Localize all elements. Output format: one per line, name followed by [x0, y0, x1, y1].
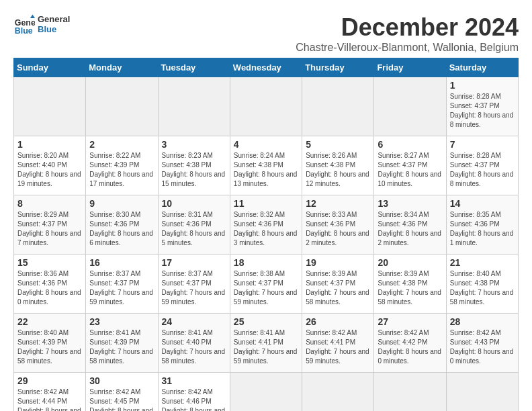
- calendar-cell: 29Sunrise: 8:42 AMSunset: 4:44 PMDayligh…: [14, 373, 86, 412]
- day-info: Sunrise: 8:32 AMSunset: 4:36 PMDaylight:…: [234, 210, 298, 248]
- day-number: 1: [450, 80, 515, 91]
- calendar-cell: 7Sunrise: 8:28 AMSunset: 4:37 PMDaylight…: [446, 136, 518, 195]
- day-info: Sunrise: 8:40 AMSunset: 4:38 PMDaylight:…: [450, 269, 515, 307]
- calendar-cell: 9Sunrise: 8:30 AMSunset: 4:36 PMDaylight…: [86, 195, 158, 255]
- calendar-cell: 22Sunrise: 8:40 AMSunset: 4:39 PMDayligh…: [14, 314, 86, 373]
- day-number: 26: [306, 316, 370, 327]
- day-number: 7: [450, 139, 515, 150]
- calendar-cell: 24Sunrise: 8:41 AMSunset: 4:40 PMDayligh…: [158, 314, 230, 373]
- day-number: 16: [89, 257, 154, 268]
- day-info: Sunrise: 8:40 AMSunset: 4:39 PMDaylight:…: [17, 328, 82, 366]
- calendar-cell: 31Sunrise: 8:42 AMSunset: 4:46 PMDayligh…: [158, 373, 230, 412]
- calendar-cell: [86, 77, 158, 136]
- calendar-cell: 18Sunrise: 8:38 AMSunset: 4:37 PMDayligh…: [230, 255, 302, 314]
- day-info: Sunrise: 8:23 AMSunset: 4:38 PMDaylight:…: [162, 151, 226, 189]
- calendar-cell: 6Sunrise: 8:27 AMSunset: 4:37 PMDaylight…: [374, 136, 446, 195]
- logo-icon: General Blue: [13, 13, 35, 35]
- day-number: 25: [234, 316, 298, 327]
- calendar-cell: 12Sunrise: 8:33 AMSunset: 4:36 PMDayligh…: [302, 195, 374, 255]
- calendar-cell: [230, 77, 302, 136]
- logo: General Blue General Blue: [13, 13, 70, 35]
- calendar-week-row: 29Sunrise: 8:42 AMSunset: 4:44 PMDayligh…: [14, 373, 519, 412]
- day-number: 22: [17, 316, 82, 327]
- day-number: 8: [17, 198, 82, 209]
- day-number: 19: [306, 257, 370, 268]
- calendar-cell: 3Sunrise: 8:23 AMSunset: 4:38 PMDaylight…: [158, 136, 230, 195]
- day-number: 1: [17, 139, 82, 150]
- day-info: Sunrise: 8:28 AMSunset: 4:37 PMDaylight:…: [450, 92, 515, 130]
- header-friday: Friday: [374, 58, 446, 77]
- calendar-cell: [302, 373, 374, 412]
- day-info: Sunrise: 8:42 AMSunset: 4:44 PMDaylight:…: [17, 387, 82, 411]
- day-number: 30: [89, 375, 154, 386]
- header-sunday: Sunday: [14, 58, 86, 77]
- day-info: Sunrise: 8:35 AMSunset: 4:36 PMDaylight:…: [450, 210, 515, 248]
- logo-blue-text: Blue: [38, 24, 70, 34]
- day-info: Sunrise: 8:33 AMSunset: 4:36 PMDaylight:…: [306, 210, 370, 248]
- calendar-week-row: 1Sunrise: 8:20 AMSunset: 4:40 PMDaylight…: [14, 136, 519, 195]
- day-number: 18: [234, 257, 298, 268]
- calendar-cell: 25Sunrise: 8:41 AMSunset: 4:41 PMDayligh…: [230, 314, 302, 373]
- day-info: Sunrise: 8:42 AMSunset: 4:46 PMDaylight:…: [162, 387, 226, 411]
- calendar-cell: 16Sunrise: 8:37 AMSunset: 4:37 PMDayligh…: [86, 255, 158, 314]
- calendar-cell: 10Sunrise: 8:31 AMSunset: 4:36 PMDayligh…: [158, 195, 230, 255]
- day-number: 9: [89, 198, 154, 209]
- calendar-cell: [374, 77, 446, 136]
- day-info: Sunrise: 8:42 AMSunset: 4:43 PMDaylight:…: [450, 328, 515, 366]
- calendar-cell: 14Sunrise: 8:35 AMSunset: 4:36 PMDayligh…: [446, 195, 518, 255]
- calendar-cell: [158, 77, 230, 136]
- header-wednesday: Wednesday: [230, 58, 302, 77]
- day-number: 31: [162, 375, 226, 386]
- day-info: Sunrise: 8:38 AMSunset: 4:37 PMDaylight:…: [234, 269, 298, 307]
- day-number: 15: [17, 257, 82, 268]
- day-info: Sunrise: 8:22 AMSunset: 4:39 PMDaylight:…: [89, 151, 154, 189]
- day-info: Sunrise: 8:30 AMSunset: 4:36 PMDaylight:…: [89, 210, 154, 248]
- day-info: Sunrise: 8:20 AMSunset: 4:40 PMDaylight:…: [17, 151, 82, 189]
- day-number: 4: [234, 139, 298, 150]
- page-header: General Blue General Blue December 2024 …: [13, 13, 519, 54]
- calendar-cell: 15Sunrise: 8:36 AMSunset: 4:36 PMDayligh…: [14, 255, 86, 314]
- day-info: Sunrise: 8:24 AMSunset: 4:38 PMDaylight:…: [234, 151, 298, 189]
- day-info: Sunrise: 8:31 AMSunset: 4:36 PMDaylight:…: [162, 210, 226, 248]
- day-info: Sunrise: 8:41 AMSunset: 4:40 PMDaylight:…: [162, 328, 226, 366]
- day-info: Sunrise: 8:28 AMSunset: 4:37 PMDaylight:…: [450, 151, 515, 189]
- calendar-cell: [446, 373, 518, 412]
- day-number: 12: [306, 198, 370, 209]
- calendar-cell: 1Sunrise: 8:20 AMSunset: 4:40 PMDaylight…: [14, 136, 86, 195]
- day-info: Sunrise: 8:39 AMSunset: 4:38 PMDaylight:…: [378, 269, 442, 307]
- day-number: 24: [162, 316, 226, 327]
- calendar-cell: [230, 373, 302, 412]
- svg-text:Blue: Blue: [15, 26, 33, 35]
- day-number: 28: [450, 316, 515, 327]
- calendar-cell: 27Sunrise: 8:42 AMSunset: 4:42 PMDayligh…: [374, 314, 446, 373]
- calendar-cell: 19Sunrise: 8:39 AMSunset: 4:37 PMDayligh…: [302, 255, 374, 314]
- day-info: Sunrise: 8:42 AMSunset: 4:45 PMDaylight:…: [89, 387, 154, 411]
- calendar-cell: 4Sunrise: 8:24 AMSunset: 4:38 PMDaylight…: [230, 136, 302, 195]
- day-info: Sunrise: 8:42 AMSunset: 4:42 PMDaylight:…: [378, 328, 442, 366]
- day-info: Sunrise: 8:27 AMSunset: 4:37 PMDaylight:…: [378, 151, 442, 189]
- day-number: 23: [89, 316, 154, 327]
- calendar-cell: 17Sunrise: 8:37 AMSunset: 4:37 PMDayligh…: [158, 255, 230, 314]
- calendar-cell: 1Sunrise: 8:28 AMSunset: 4:37 PMDaylight…: [446, 77, 518, 136]
- logo-general-text: General: [38, 14, 70, 24]
- header-tuesday: Tuesday: [158, 58, 230, 77]
- day-number: 21: [450, 257, 515, 268]
- day-number: 20: [378, 257, 442, 268]
- calendar-cell: [374, 373, 446, 412]
- day-info: Sunrise: 8:26 AMSunset: 4:38 PMDaylight:…: [306, 151, 370, 189]
- calendar-cell: 8Sunrise: 8:29 AMSunset: 4:37 PMDaylight…: [14, 195, 86, 255]
- calendar-cell: 23Sunrise: 8:41 AMSunset: 4:39 PMDayligh…: [86, 314, 158, 373]
- svg-marker-2: [30, 15, 35, 18]
- day-number: 5: [306, 139, 370, 150]
- calendar-header-row: SundayMondayTuesdayWednesdayThursdayFrid…: [14, 58, 519, 77]
- calendar-cell: [302, 77, 374, 136]
- calendar-cell: 13Sunrise: 8:34 AMSunset: 4:36 PMDayligh…: [374, 195, 446, 255]
- day-number: 3: [162, 139, 226, 150]
- day-number: 11: [234, 198, 298, 209]
- calendar-week-row: 8Sunrise: 8:29 AMSunset: 4:37 PMDaylight…: [14, 195, 519, 255]
- calendar-cell: 20Sunrise: 8:39 AMSunset: 4:38 PMDayligh…: [374, 255, 446, 314]
- calendar-week-row: 15Sunrise: 8:36 AMSunset: 4:36 PMDayligh…: [14, 255, 519, 314]
- calendar-title: December 2024: [296, 13, 519, 42]
- day-info: Sunrise: 8:42 AMSunset: 4:41 PMDaylight:…: [306, 328, 370, 366]
- title-block: December 2024 Chastre-Villeroux-Blanmont…: [296, 13, 519, 54]
